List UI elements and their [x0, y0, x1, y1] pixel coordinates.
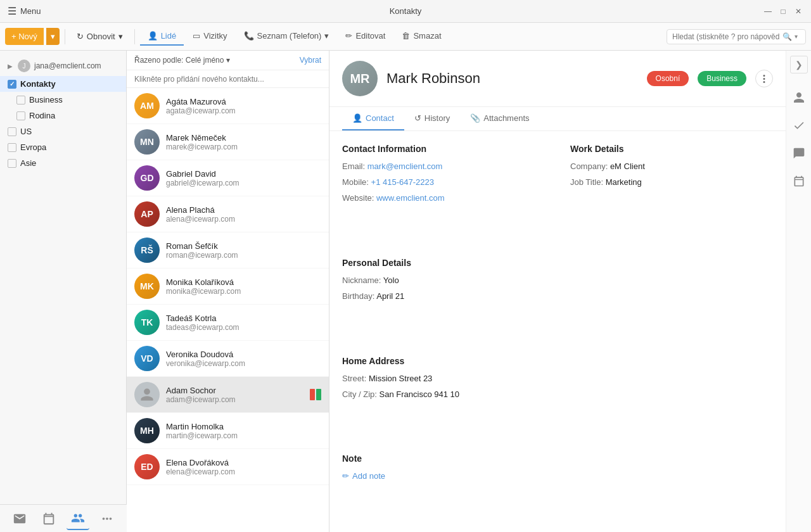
contact-email: elena@icewarp.com [166, 467, 321, 476]
list-item[interactable]: TK Tadeáš Kotrla tadeas@icewarp.com [127, 305, 329, 341]
sidebar-item-asie[interactable]: Asie [0, 155, 126, 171]
list-item[interactable]: RŠ Roman Šefčík roman@icewarp.com [127, 232, 329, 269]
contact-email: agata@icewarp.com [166, 106, 321, 115]
company-field-row: Company: eM Client [570, 162, 773, 171]
add-contact-input[interactable] [134, 75, 321, 84]
company-label: Company: [570, 162, 608, 171]
us-checkbox[interactable] [8, 127, 16, 136]
smazat-icon: 🗑 [402, 31, 410, 41]
detail-header: MR Mark Robinson Osobní Business [329, 51, 786, 107]
list-item[interactable]: ED Elena Dvořáková elena@icewarp.com [127, 449, 329, 485]
avatar: RŠ [134, 238, 160, 263]
add-note-button[interactable]: ✏ Add note [342, 471, 385, 481]
birthday-field-row: Birthday: April 21 [342, 291, 545, 301]
business-label: Business [29, 95, 63, 104]
tab-smazat[interactable]: 🗑 Smazat [394, 27, 449, 46]
contact-name: Alena Plachá [166, 205, 321, 215]
personal-details-section: Personal Details Nickname: Yolo Birthday… [342, 258, 545, 346]
tab-seznam[interactable]: 📞 Seznam (Telefon) ▾ [236, 27, 337, 46]
asie-checkbox[interactable] [8, 159, 16, 168]
contact-list-header: Řazeno podle: Celé jméno ▾ Vybrat [127, 51, 329, 70]
more-options-button[interactable] [755, 70, 773, 87]
collapse-panel-button[interactable]: ❯ [790, 56, 808, 73]
vybrat-button[interactable]: Vybrat [300, 56, 321, 65]
contact-email: monika@icewarp.com [166, 287, 321, 296]
search-arrow: ▾ [795, 33, 798, 40]
list-item[interactable]: AP Alena Plachá alena@icewarp.com [127, 196, 329, 232]
list-item[interactable]: VD Veronika Doudová veronika@icewarp.com [127, 341, 329, 377]
sidebar-item-kontakty[interactable]: ✓ Kontakty [0, 76, 126, 92]
contact-info-title: Contact Information [342, 144, 545, 154]
calendar-icon[interactable] [790, 172, 808, 190]
nav-more-button[interactable] [96, 507, 118, 530]
close-button[interactable]: ✕ [793, 6, 803, 16]
tab-lide[interactable]: 👤 Lidé [140, 27, 184, 46]
attachments-tab-label: Attachments [483, 113, 529, 123]
mobile-label: Mobile: [342, 177, 369, 187]
birthday-value: April 21 [376, 291, 404, 301]
list-item[interactable]: AM Agáta Mazurová agata@icewarp.com [127, 88, 329, 124]
menu-icon: ☰ [8, 5, 16, 17]
tab-editovat[interactable]: ✏ Editovat [338, 27, 393, 46]
account-avatar: J [18, 60, 30, 72]
kontakty-checkbox[interactable]: ✓ [8, 80, 16, 89]
lide-label: Lidé [161, 31, 177, 41]
email-value[interactable]: mark@emclient.com [367, 162, 443, 171]
sidebar-item-rodina[interactable]: Rodina [0, 108, 126, 124]
search-box[interactable]: 🔍 ▾ [667, 29, 806, 44]
note-title: Note [342, 453, 773, 464]
sidebar-item-us[interactable]: US [0, 124, 126, 139]
nav-contacts-button[interactable] [67, 507, 89, 530]
attachments-tab-icon: 📎 [470, 113, 480, 123]
contact-info: Roman Šefčík roman@icewarp.com [166, 241, 321, 260]
list-item[interactable]: Adam Sochor adam@icewarp.com [127, 377, 329, 413]
editovat-icon: ✏ [345, 31, 352, 41]
contact-name: Martin Homolka [166, 422, 321, 431]
tab-attachments[interactable]: 📎 Attachments [460, 107, 539, 130]
business-button[interactable]: Business [698, 71, 746, 86]
avatar [134, 382, 160, 407]
sidebar-item-evropa[interactable]: Evropa [0, 139, 126, 155]
tab-history[interactable]: ↺ History [404, 107, 460, 130]
menu-label[interactable]: Menu [20, 6, 41, 16]
contact-info: Adam Sochor adam@icewarp.com [166, 386, 303, 404]
refresh-arrow: ▾ [118, 32, 123, 41]
vizitky-label: Vizitky [203, 31, 227, 41]
chat-icon[interactable] [790, 144, 808, 162]
refresh-button[interactable]: ↻ Obnovit ▾ [70, 28, 129, 45]
nav-calendar-button[interactable] [37, 507, 60, 530]
minimize-button[interactable]: — [763, 6, 773, 16]
list-item[interactable]: MK Monika Kolaříková monika@icewarp.com [127, 269, 329, 305]
maximize-button[interactable]: □ [778, 6, 788, 16]
tab-contact[interactable]: 👤 Contact [342, 107, 404, 130]
check-icon[interactable] [790, 117, 808, 134]
tab-vizitky[interactable]: ▭ Vizitky [185, 27, 234, 46]
nickname-label: Nickname: [342, 276, 381, 285]
website-label: Website: [342, 193, 374, 203]
sidebar-item-business[interactable]: Business [0, 92, 126, 108]
rodina-checkbox[interactable] [16, 111, 25, 120]
website-value[interactable]: www.emclient.com [376, 193, 445, 203]
new-dropdown-button[interactable]: ▾ [46, 28, 60, 45]
job-title-label: Job Title: [570, 177, 603, 187]
list-item[interactable]: MN Marek Němeček marek@icewarp.com [127, 124, 329, 160]
person-icon[interactable] [790, 89, 808, 106]
list-item[interactable]: MH Martin Homolka martin@icewarp.com [127, 413, 329, 449]
evropa-checkbox[interactable] [8, 143, 16, 152]
search-input[interactable] [672, 32, 780, 41]
list-item[interactable]: GD Gabriel David gabriel@icewarp.com [127, 160, 329, 196]
empty-col-2 [570, 346, 773, 444]
business-checkbox[interactable] [16, 96, 25, 104]
personal-button[interactable]: Osobní [647, 71, 689, 86]
company-value: eM Client [610, 162, 645, 171]
new-button[interactable]: + Nový [5, 28, 44, 45]
titlebar-controls: — □ ✕ [763, 6, 803, 16]
contact-email: marek@icewarp.com [166, 142, 321, 151]
city-field-row: City / Zip: San Francisco 941 10 [342, 390, 545, 399]
sort-dropdown[interactable]: Řazeno podle: Celé jméno ▾ [134, 56, 230, 65]
nav-mail-button[interactable] [8, 507, 31, 530]
detail-panel: MR Mark Robinson Osobní Business 👤 Conta… [329, 51, 786, 532]
contact-email: gabriel@icewarp.com [166, 179, 321, 187]
detail-content: Contact Information Email: mark@emclient… [329, 131, 786, 532]
contact-name: Marek Němeček [166, 133, 321, 142]
